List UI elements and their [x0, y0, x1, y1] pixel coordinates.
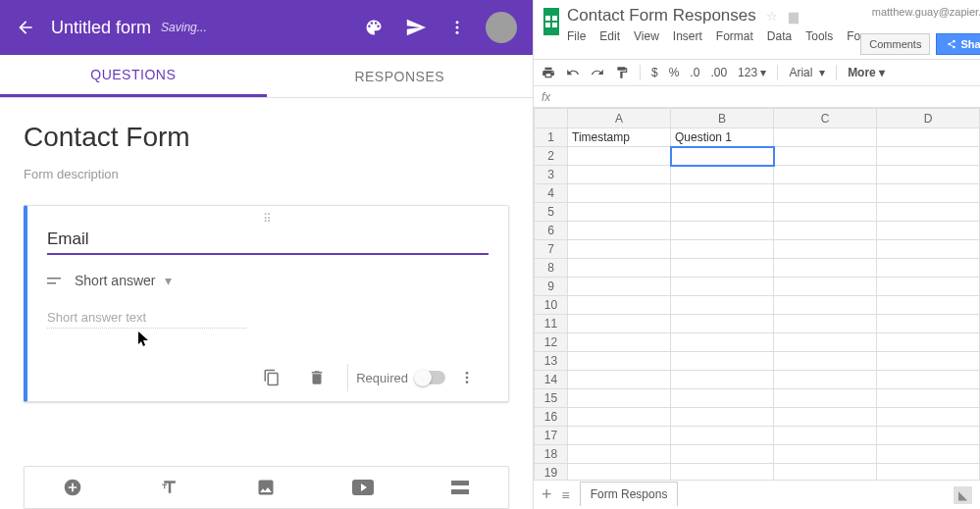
cell-B11[interactable] — [671, 315, 774, 333]
font-select[interactable]: Arial ▾ — [789, 66, 825, 79]
add-image-icon[interactable] — [218, 467, 315, 508]
required-toggle[interactable] — [416, 371, 445, 384]
tab-questions[interactable]: QUESTIONS — [0, 55, 267, 97]
cell-A19[interactable] — [568, 464, 671, 481]
cell-B16[interactable] — [671, 408, 774, 427]
form-description[interactable]: Form description — [24, 167, 509, 181]
cell-D14[interactable] — [877, 371, 980, 389]
palette-icon[interactable] — [364, 18, 384, 37]
cell-B6[interactable] — [671, 222, 774, 240]
cell-D18[interactable] — [877, 445, 980, 464]
add-title-icon[interactable] — [122, 467, 219, 508]
add-video-icon[interactable] — [315, 467, 412, 508]
cell-A17[interactable] — [568, 427, 671, 445]
cell-A13[interactable] — [568, 352, 671, 371]
cell-D4[interactable] — [877, 184, 980, 203]
menu-insert[interactable]: Insert — [673, 29, 702, 43]
redo-icon[interactable] — [591, 66, 604, 79]
cell-D7[interactable] — [877, 240, 980, 259]
cell-B5[interactable] — [671, 203, 774, 222]
cell-C7[interactable] — [774, 240, 877, 259]
cell-A8[interactable] — [568, 259, 671, 278]
cell-B3[interactable] — [671, 166, 774, 184]
cell-D11[interactable] — [877, 315, 980, 333]
cell-D10[interactable] — [877, 296, 980, 315]
cell-D1[interactable] — [877, 128, 980, 147]
cell-A15[interactable] — [568, 389, 671, 408]
cell-C5[interactable] — [774, 203, 877, 222]
menu-format[interactable]: Format — [716, 29, 753, 43]
cell-D13[interactable] — [877, 352, 980, 371]
cell-D6[interactable] — [877, 222, 980, 240]
col-A[interactable]: A — [568, 109, 671, 128]
cell-B4[interactable] — [671, 184, 774, 203]
back-arrow-icon[interactable] — [16, 18, 35, 37]
sheet-tab[interactable]: Form Respons — [580, 482, 679, 506]
row-3[interactable]: 3 — [535, 166, 568, 184]
cell-D8[interactable] — [877, 259, 980, 278]
currency-format[interactable]: $ — [651, 66, 658, 79]
cell-A14[interactable] — [568, 371, 671, 389]
cell-B10[interactable] — [671, 296, 774, 315]
send-icon[interactable] — [405, 17, 427, 38]
cell-A11[interactable] — [568, 315, 671, 333]
cell-C16[interactable] — [774, 408, 877, 427]
duplicate-icon[interactable] — [263, 369, 281, 386]
cell-D5[interactable] — [877, 203, 980, 222]
cell-A4[interactable] — [568, 184, 671, 203]
question-more-icon[interactable] — [459, 370, 475, 385]
row-7[interactable]: 7 — [535, 240, 568, 259]
cell-B1[interactable]: Question 1 — [671, 128, 774, 147]
menu-edit[interactable]: Edit — [599, 29, 620, 43]
row-14[interactable]: 14 — [535, 371, 568, 389]
row-2[interactable]: 2 — [535, 147, 568, 166]
user-email[interactable]: matthew.guay@zapier.com ▼ — [860, 6, 980, 29]
cell-C13[interactable] — [774, 352, 877, 371]
paint-icon[interactable] — [615, 66, 629, 79]
cell-C12[interactable] — [774, 333, 877, 352]
cell-B7[interactable] — [671, 240, 774, 259]
question-type-dropdown[interactable]: Short answer ▾ — [47, 273, 489, 288]
cell-C9[interactable] — [774, 278, 877, 296]
cell-A10[interactable] — [568, 296, 671, 315]
all-sheets-icon[interactable]: ≡ — [562, 487, 570, 503]
formula-bar[interactable]: fx — [534, 86, 980, 108]
menu-fo[interactable]: Fo — [847, 29, 860, 43]
toolbar-more[interactable]: More ▾ — [848, 66, 885, 79]
cell-D2[interactable] — [877, 147, 980, 166]
avatar[interactable] — [486, 12, 517, 43]
row-6[interactable]: 6 — [535, 222, 568, 240]
cell-B12[interactable] — [671, 333, 774, 352]
comments-button[interactable]: Comments — [860, 33, 930, 55]
cell-C6[interactable] — [774, 222, 877, 240]
row-12[interactable]: 12 — [535, 333, 568, 352]
col-C[interactable]: C — [774, 109, 877, 128]
cell-C4[interactable] — [774, 184, 877, 203]
cell-D3[interactable] — [877, 166, 980, 184]
cell-C14[interactable] — [774, 371, 877, 389]
cell-B14[interactable] — [671, 371, 774, 389]
more-vert-icon[interactable] — [448, 19, 466, 36]
row-17[interactable]: 17 — [535, 427, 568, 445]
cell-A1[interactable]: Timestamp — [568, 128, 671, 147]
form-doc-title[interactable]: Untitled form — [51, 18, 151, 38]
menu-tools[interactable]: Tools — [805, 29, 833, 43]
cell-A12[interactable] — [568, 333, 671, 352]
cell-C8[interactable] — [774, 259, 877, 278]
add-section-icon[interactable] — [411, 467, 508, 508]
sheets-logo-icon[interactable] — [543, 8, 559, 35]
cell-A18[interactable] — [568, 445, 671, 464]
row-8[interactable]: 8 — [535, 259, 568, 278]
cell-A6[interactable] — [568, 222, 671, 240]
cell-C18[interactable] — [774, 445, 877, 464]
row-15[interactable]: 15 — [535, 389, 568, 408]
explore-icon[interactable]: ◣ — [954, 486, 972, 504]
row-16[interactable]: 16 — [535, 408, 568, 427]
col-D[interactable]: D — [877, 109, 980, 128]
menu-file[interactable]: File — [567, 29, 586, 43]
cell-C1[interactable] — [774, 128, 877, 147]
row-9[interactable]: 9 — [535, 278, 568, 296]
cell-A7[interactable] — [568, 240, 671, 259]
menu-data[interactable]: Data — [767, 29, 792, 43]
cell-B2[interactable] — [671, 147, 774, 166]
